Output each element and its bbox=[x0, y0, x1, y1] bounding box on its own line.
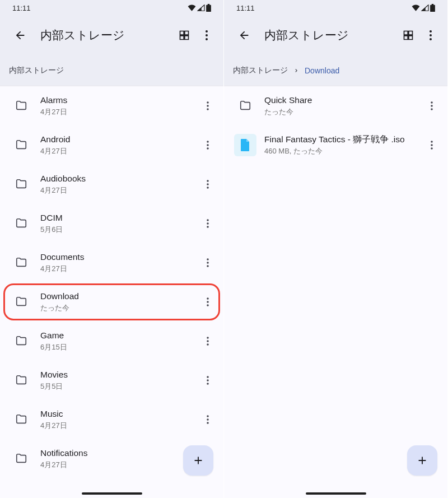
svg-point-2 bbox=[206, 38, 208, 40]
fab-add[interactable] bbox=[407, 445, 437, 476]
status-time: 11:11 bbox=[12, 4, 31, 12]
item-text: Alarms4月27日 bbox=[40, 95, 197, 117]
nav-handle[interactable] bbox=[82, 492, 142, 495]
file-row[interactable]: Final Fantasy Tactics - 獅子戦争 .iso460 MB,… bbox=[224, 125, 447, 165]
item-more-button[interactable] bbox=[197, 252, 219, 274]
item-name: DCIM bbox=[40, 212, 197, 224]
svg-point-28 bbox=[207, 418, 209, 421]
nav-handle[interactable] bbox=[306, 492, 366, 495]
svg-point-33 bbox=[430, 30, 432, 32]
item-text: Notifications4月27日 bbox=[40, 448, 197, 470]
svg-point-20 bbox=[207, 304, 209, 306]
item-meta: 5月5日 bbox=[40, 381, 197, 392]
wifi-icon bbox=[188, 4, 196, 11]
svg-point-25 bbox=[207, 379, 209, 381]
folder-row[interactable]: Music4月27日 bbox=[0, 400, 223, 439]
item-name: Notifications bbox=[40, 448, 197, 459]
item-more-button[interactable] bbox=[197, 173, 219, 196]
folder-row[interactable]: Alarms4月27日 bbox=[0, 86, 223, 125]
item-more-button[interactable] bbox=[197, 330, 219, 352]
file-list[interactable]: Alarms4月27日Android4月27日Audiobooks4月27日DC… bbox=[0, 86, 223, 498]
item-meta: 6月15日 bbox=[40, 342, 197, 352]
back-button[interactable] bbox=[233, 24, 255, 46]
breadcrumb-item[interactable]: 内部ストレージ bbox=[233, 66, 288, 76]
svg-point-12 bbox=[207, 219, 209, 221]
page-title: 内部ストレージ bbox=[40, 27, 173, 43]
folder-row[interactable]: Game6月15日 bbox=[0, 322, 223, 361]
fab-add[interactable] bbox=[183, 445, 213, 476]
svg-point-21 bbox=[207, 337, 209, 339]
item-more-button[interactable] bbox=[197, 408, 219, 431]
svg-point-29 bbox=[207, 422, 209, 424]
view-grid-button[interactable] bbox=[173, 24, 195, 46]
folder-row[interactable]: DCIM5月6日 bbox=[0, 204, 223, 243]
item-text: Music4月27日 bbox=[40, 408, 197, 431]
folder-icon bbox=[10, 408, 32, 431]
item-text: Android4月27日 bbox=[40, 134, 197, 156]
breadcrumb-item-active[interactable]: Download bbox=[305, 66, 339, 75]
item-more-button[interactable] bbox=[197, 212, 219, 235]
arrow-back-icon bbox=[14, 29, 26, 41]
chevron-right-icon bbox=[293, 68, 299, 73]
file-thumb bbox=[234, 134, 256, 156]
svg-point-4 bbox=[207, 105, 209, 107]
svg-point-26 bbox=[207, 383, 209, 385]
item-meta: たった今 bbox=[264, 107, 421, 117]
folder-row[interactable]: Documents4月27日 bbox=[0, 243, 223, 282]
svg-point-6 bbox=[207, 141, 209, 143]
breadcrumb-item[interactable]: 内部ストレージ bbox=[9, 66, 64, 76]
item-more-button[interactable] bbox=[197, 291, 219, 313]
svg-point-1 bbox=[206, 34, 208, 36]
folder-row[interactable]: Movies5月5日 bbox=[0, 361, 223, 400]
plus-icon bbox=[192, 454, 204, 467]
svg-point-8 bbox=[207, 147, 209, 150]
svg-point-13 bbox=[207, 222, 209, 225]
status-bar: 11:11 bbox=[0, 0, 223, 16]
folder-icon bbox=[10, 330, 32, 352]
svg-point-39 bbox=[431, 141, 433, 143]
view-grid-button[interactable] bbox=[397, 24, 419, 46]
item-text: Quick Shareたった今 bbox=[264, 95, 421, 117]
folder-icon bbox=[10, 448, 32, 470]
svg-point-3 bbox=[207, 101, 209, 104]
item-meta: たった今 bbox=[40, 303, 197, 313]
grid-view-icon bbox=[403, 30, 414, 41]
item-name: Final Fantasy Tactics - 獅子戦争 .iso bbox=[264, 134, 421, 145]
svg-point-16 bbox=[207, 262, 209, 264]
item-more-button[interactable] bbox=[197, 95, 219, 117]
svg-point-36 bbox=[431, 101, 433, 104]
wifi-icon bbox=[412, 4, 420, 11]
back-button[interactable] bbox=[9, 24, 31, 46]
svg-point-22 bbox=[207, 340, 209, 342]
folder-row[interactable]: Audiobooks4月27日 bbox=[0, 165, 223, 204]
item-meta: 5月6日 bbox=[40, 225, 197, 235]
more-button[interactable] bbox=[419, 24, 442, 46]
folder-icon bbox=[10, 291, 32, 313]
svg-point-24 bbox=[207, 376, 209, 378]
item-name: Documents bbox=[40, 252, 197, 263]
item-more-button[interactable] bbox=[197, 369, 219, 392]
folder-row[interactable]: Downloadたった今 bbox=[0, 282, 223, 322]
folder-row[interactable]: Quick Shareたった今 bbox=[224, 86, 447, 125]
folder-row[interactable]: Android4月27日 bbox=[0, 125, 223, 165]
more-button[interactable] bbox=[195, 24, 218, 46]
item-text: Downloadたった今 bbox=[40, 291, 197, 313]
file-list[interactable]: Quick Shareたった今Final Fantasy Tactics - 獅… bbox=[224, 86, 447, 498]
item-more-button[interactable] bbox=[421, 134, 443, 156]
item-meta: 4月27日 bbox=[40, 264, 197, 274]
item-text: Game6月15日 bbox=[40, 330, 197, 352]
item-name: Android bbox=[40, 134, 197, 145]
item-more-button[interactable] bbox=[197, 134, 219, 156]
folder-icon bbox=[10, 212, 32, 235]
item-text: Audiobooks4月27日 bbox=[40, 173, 197, 196]
svg-point-7 bbox=[207, 144, 209, 146]
item-text: Movies5月5日 bbox=[40, 369, 197, 392]
item-name: Download bbox=[40, 291, 197, 302]
folder-icon bbox=[10, 369, 32, 392]
svg-point-40 bbox=[431, 144, 433, 146]
battery-icon bbox=[206, 4, 211, 12]
item-more-button[interactable] bbox=[421, 95, 443, 117]
more-vert-icon bbox=[430, 30, 432, 40]
page-title: 内部ストレージ bbox=[264, 27, 397, 43]
breadcrumb: 内部ストレージ bbox=[0, 55, 223, 86]
